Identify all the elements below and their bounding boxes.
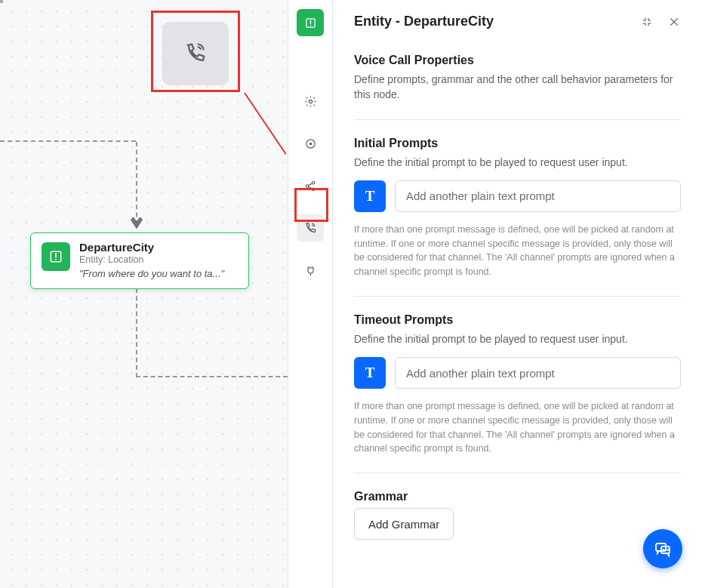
initial-prompts-heading: Initial Prompts	[354, 137, 681, 150]
svg-point-2	[309, 100, 312, 103]
entity-node-prompt: "From where do you want to ta..."	[79, 268, 224, 279]
connector-line	[136, 376, 288, 377]
entity-node-icon	[42, 242, 70, 271]
connector-arrow	[130, 217, 143, 233]
entity-node-title: DepartureCity	[79, 241, 224, 254]
rail-tab-voice[interactable]	[297, 214, 324, 242]
svg-point-4	[309, 143, 311, 144]
collapse-icon[interactable]	[640, 15, 654, 29]
timeout-prompts-heading: Timeout Prompts	[354, 313, 681, 327]
flow-canvas[interactable]: DepartureCity Entity: Location "From whe…	[0, 0, 288, 588]
timeout-prompt-input[interactable]	[395, 357, 681, 389]
timeout-prompts-description: Define the initial prompt to be played t…	[354, 331, 681, 346]
rail-tab-record[interactable]	[297, 130, 324, 157]
rail-tab-settings[interactable]	[297, 88, 324, 115]
callout-connector	[244, 92, 286, 154]
rail-tab-entity[interactable]	[297, 9, 324, 36]
connector-line	[136, 142, 137, 225]
chat-help-fab[interactable]	[643, 529, 682, 568]
text-prompt-type-button[interactable]: T	[354, 180, 386, 212]
panel-title: Entity - DepartureCity	[354, 14, 494, 29]
connector-line	[136, 288, 137, 377]
svg-point-12	[667, 550, 668, 550]
voice-properties-description: Define prompts, grammar and the other ca…	[354, 72, 681, 103]
svg-point-11	[665, 550, 666, 550]
panel-body[interactable]: Voice Call Properties Define prompts, gr…	[333, 48, 702, 584]
properties-rail	[288, 0, 333, 588]
svg-point-10	[663, 550, 664, 550]
panel-header: Entity - DepartureCity	[333, 0, 702, 48]
rail-tab-integrations[interactable]	[297, 257, 324, 284]
add-grammar-button[interactable]: Add Grammar	[354, 508, 454, 540]
initial-prompts-note: If more than one prompt message is defin…	[354, 223, 681, 279]
initial-prompts-description: Define the initial prompt to be played t…	[354, 155, 681, 170]
properties-panel: Entity - DepartureCity Voice Call Proper…	[333, 0, 702, 588]
close-icon[interactable]	[667, 15, 681, 29]
divider	[354, 473, 681, 473]
callout-box-large	[151, 11, 240, 92]
divider	[354, 119, 681, 120]
voice-properties-heading: Voice Call Properties	[354, 54, 681, 67]
grammar-heading: Grammar	[354, 490, 681, 503]
timeout-prompts-note: If more than one prompt message is defin…	[354, 399, 681, 456]
entity-node-departure-city[interactable]: DepartureCity Entity: Location "From whe…	[30, 232, 249, 289]
rail-tab-connections[interactable]	[297, 172, 324, 199]
initial-prompt-input[interactable]	[395, 180, 681, 212]
connector-line	[0, 140, 136, 142]
divider	[354, 296, 681, 297]
text-prompt-type-button[interactable]: T	[354, 357, 386, 389]
voice-icon-large	[162, 22, 229, 85]
entity-node-subtitle: Entity: Location	[79, 254, 224, 265]
